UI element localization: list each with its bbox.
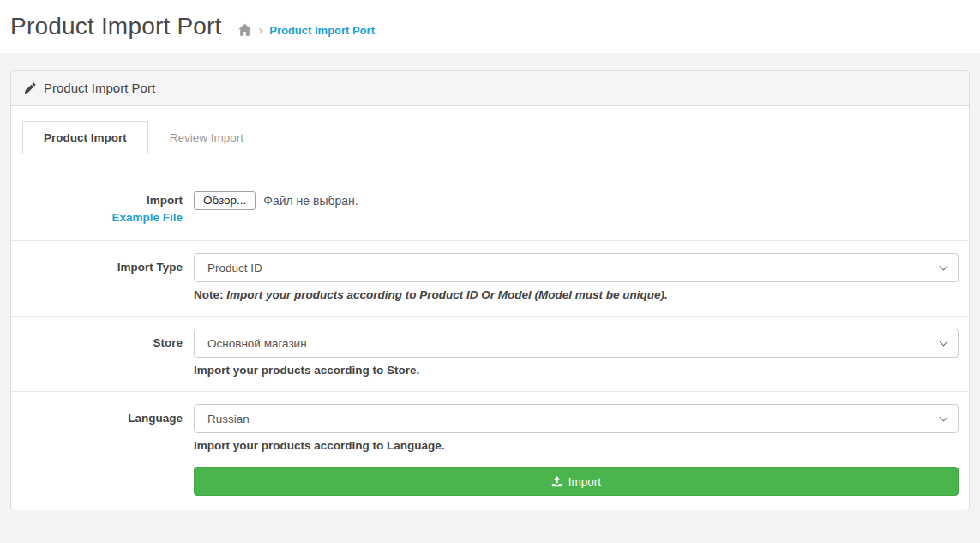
page-header: Product Import Port › Product Import Por… bbox=[0, 0, 980, 53]
store-label: Store bbox=[11, 335, 183, 352]
language-label-column: Language bbox=[11, 404, 183, 496]
import-control-column: Обзор... Файл не выбран. bbox=[194, 186, 959, 226]
form-row-import: Import Example File Обзор... Файл не выб… bbox=[11, 169, 969, 241]
chevron-down-icon bbox=[940, 337, 948, 346]
import-type-label: Import Type bbox=[11, 259, 183, 276]
store-control-column: Основной магазин Import your products ac… bbox=[194, 329, 959, 377]
tab-bar: Product Import Review Import bbox=[22, 121, 969, 154]
import-type-label-column: Import Type bbox=[11, 253, 183, 302]
import-type-selected-value: Product ID bbox=[207, 262, 262, 275]
language-select[interactable]: Russian bbox=[194, 404, 959, 433]
tab-review-import[interactable]: Review Import bbox=[148, 121, 265, 154]
store-select[interactable]: Основной магазин bbox=[194, 329, 959, 358]
upload-icon bbox=[551, 476, 562, 487]
panel-title: Product Import Port bbox=[44, 81, 155, 95]
language-label: Language bbox=[11, 410, 183, 427]
import-label: Import bbox=[11, 192, 183, 209]
import-button-label: Import bbox=[568, 475, 601, 488]
browse-button[interactable]: Обзор... bbox=[194, 191, 256, 210]
form-row-import-type: Import Type Product ID Note: Import your… bbox=[11, 241, 969, 317]
panel-heading: Product Import Port bbox=[11, 71, 969, 106]
content-area: Product Import Port Product Import Revie… bbox=[0, 53, 980, 543]
import-label-column: Import Example File bbox=[11, 186, 183, 226]
tab-content: Import Example File Обзор... Файл не выб… bbox=[11, 154, 969, 510]
store-selected-value: Основной магазин bbox=[207, 337, 307, 350]
breadcrumb-link[interactable]: Product Import Port bbox=[269, 24, 375, 37]
page-title: Product Import Port bbox=[10, 13, 222, 40]
store-label-column: Store bbox=[11, 329, 183, 377]
file-input[interactable]: Обзор... Файл не выбран. bbox=[194, 186, 959, 210]
import-type-control-column: Product ID Note: Import your products ac… bbox=[194, 253, 959, 302]
breadcrumb: › Product Import Port bbox=[237, 23, 375, 37]
chevron-down-icon bbox=[940, 413, 948, 421]
file-status-text: Файл не выбран. bbox=[263, 194, 358, 208]
product-import-panel: Product Import Port Product Import Revie… bbox=[10, 70, 970, 510]
note-text: Import your products according to Produc… bbox=[226, 288, 668, 301]
language-note: Import your products according to Langua… bbox=[194, 438, 959, 453]
chevron-down-icon bbox=[940, 262, 948, 270]
import-type-select[interactable]: Product ID bbox=[194, 253, 959, 282]
form-row-store: Store Основной магазин Import your produ… bbox=[11, 317, 969, 392]
tab-product-import[interactable]: Product Import bbox=[22, 121, 148, 154]
note-prefix: Note: bbox=[194, 288, 226, 301]
language-selected-value: Russian bbox=[207, 413, 250, 425]
import-button[interactable]: Import bbox=[194, 467, 959, 496]
import-type-note: Note: Import your products according to … bbox=[194, 287, 959, 302]
example-file-link[interactable]: Example File bbox=[11, 209, 183, 226]
panel-body: Product Import Review Import Import Exam… bbox=[11, 106, 969, 510]
language-control-column: Russian Import your products according t… bbox=[194, 404, 959, 496]
pencil-icon bbox=[24, 82, 36, 94]
store-note: Import your products according to Store. bbox=[194, 363, 959, 377]
home-icon[interactable] bbox=[237, 23, 252, 37]
form-row-language: Language Russian Import your products ac… bbox=[11, 392, 969, 510]
breadcrumb-separator: › bbox=[259, 24, 263, 36]
